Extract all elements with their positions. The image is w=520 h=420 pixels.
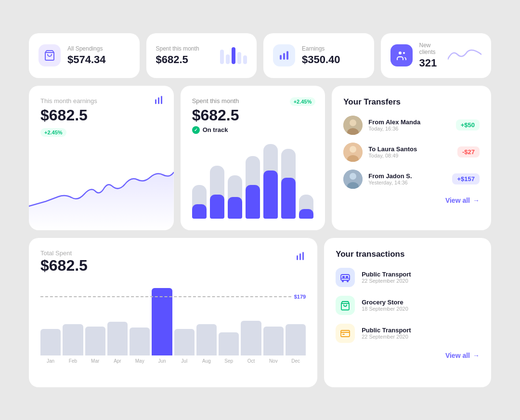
arrow-right-txn-icon: →	[473, 352, 480, 359]
on-track-status: On track	[192, 126, 314, 134]
all-spendings-value: $574.34	[67, 53, 106, 66]
bar-nov: Nov	[263, 327, 284, 364]
svg-rect-27	[342, 276, 345, 278]
spent-month-mini-chart	[218, 45, 247, 66]
txn-0-date: 22 September 2020	[362, 278, 411, 284]
svg-rect-8	[286, 51, 288, 60]
svg-point-30	[347, 280, 349, 282]
dashed-line-value: $179	[294, 294, 306, 300]
basket-icon	[39, 44, 61, 66]
txn-2-name: Public Transport	[362, 327, 411, 334]
line-chart	[29, 134, 174, 230]
svg-rect-33	[341, 330, 350, 337]
monthly-earnings-card: This month earnings $682.5 +2.45%	[29, 86, 174, 230]
earnings-label: Earnings	[302, 45, 340, 52]
svg-rect-25	[302, 252, 304, 260]
transfer-jadon-info: From Jadon S. Yesterday, 14:36	[368, 172, 412, 185]
spent-card-value: $682.5	[192, 106, 314, 124]
alex-name: From Alex Manda	[368, 118, 420, 126]
total-bars: Jan Feb Mar Apr	[40, 279, 306, 364]
monthly-label: This month earnings	[40, 97, 162, 105]
avatar-alex	[343, 116, 363, 135]
transfer-item-jadon: From Jadon S. Yesterday, 14:36 +$157	[343, 170, 480, 189]
bar-jan: Jan	[40, 329, 61, 364]
transfer-alex-info: From Alex Manda Today, 16:36	[368, 118, 420, 131]
svg-rect-23	[297, 255, 298, 260]
svg-rect-7	[283, 53, 285, 60]
chart-icon-total	[296, 251, 306, 263]
bottom-row: Total Spent $682.5 $179	[29, 238, 491, 387]
svg-rect-24	[299, 253, 301, 260]
spent-month-card: Spent this month $682.5	[146, 33, 257, 78]
svg-point-21	[350, 173, 356, 180]
spent-month-label: Spent this month	[156, 45, 199, 52]
svg-rect-13	[161, 96, 162, 104]
txn-2-info: Public Transport 22 September 2020	[362, 327, 411, 340]
earnings-value: $350.40	[302, 53, 340, 66]
transfers-view-all[interactable]: View all →	[343, 197, 480, 204]
transactions-card: Your transactions Public Transport 22 Se…	[324, 238, 491, 387]
svg-rect-12	[158, 97, 159, 104]
bar-feb: Feb	[63, 324, 83, 364]
earnings-text: Earnings $350.40	[302, 45, 340, 66]
txn-1-name: Grocery Store	[362, 299, 408, 306]
mid-row: This month earnings $682.5 +2.45%	[29, 86, 491, 230]
bar-sep: Sep	[219, 332, 239, 364]
total-bar-container: $179 Jan Feb Mar	[40, 279, 306, 364]
bar-oct: Oct	[241, 321, 261, 364]
svg-rect-2	[226, 54, 230, 64]
transfer-item-alex: From Alex Manda Today, 16:36 +$50	[343, 116, 480, 135]
avatar-jadon	[343, 170, 363, 189]
laura-name: To Laura Santos	[368, 145, 417, 153]
earnings-card-top: Earnings $350.40	[263, 33, 374, 78]
bar-jul: Jul	[174, 329, 195, 364]
bar-mar: Mar	[85, 327, 105, 364]
laura-amount: -$27	[457, 146, 480, 158]
new-clients-value: 321	[419, 57, 442, 69]
txn-1-info: Grocery Store 18 September 2020	[362, 299, 408, 312]
svg-rect-26	[341, 275, 350, 280]
svg-rect-35	[342, 334, 345, 335]
svg-rect-1	[220, 50, 224, 64]
transfers-title: Your Transfers	[343, 97, 480, 107]
transactions-view-all[interactable]: View all →	[336, 352, 480, 359]
spent-percent-badge: +2.45%	[290, 97, 316, 106]
txn-item-2: Public Transport 22 September 2020	[336, 324, 480, 343]
transfer-item-laura: To Laura Santos Today, 08:49 -$27	[343, 143, 480, 162]
transfer-laura-info: To Laura Santos Today, 08:49	[368, 145, 417, 158]
spent-month-bar-card: +2.45% Spent this month $682.5 On track	[181, 86, 325, 230]
new-clients-card: New clients 321	[381, 33, 492, 78]
total-label: Total Spent	[40, 249, 88, 257]
all-spendings-text: All Spendings $574.34	[67, 45, 106, 66]
bar-may: May	[130, 328, 150, 364]
alex-amount: +$50	[456, 119, 480, 131]
new-clients-text: New clients 321	[419, 42, 442, 69]
people-icon	[390, 44, 413, 66]
transactions-title: Your transactions	[336, 249, 480, 259]
clients-wave-chart	[448, 45, 481, 66]
txn-0-info: Public Transport 22 September 2020	[362, 271, 411, 284]
jadon-name: From Jadon S.	[368, 172, 412, 180]
laura-time: Today, 08:49	[368, 153, 417, 158]
jadon-time: Yesterday, 14:36	[368, 180, 412, 185]
bar-dec: Dec	[286, 324, 306, 364]
grocery-icon	[336, 296, 355, 315]
spent-bar-chart	[192, 142, 314, 219]
chart-icon	[155, 95, 164, 107]
avatar-laura	[343, 143, 363, 162]
svg-point-9	[399, 52, 402, 54]
new-clients-label: New clients	[419, 42, 442, 55]
bar-apr: Apr	[107, 322, 128, 364]
svg-point-10	[403, 52, 405, 54]
svg-rect-5	[243, 55, 247, 64]
svg-rect-4	[237, 52, 241, 64]
txn-1-date: 18 September 2020	[362, 306, 408, 312]
on-track-dot	[192, 126, 200, 134]
svg-point-18	[350, 146, 356, 153]
all-spendings-label: All Spendings	[67, 45, 106, 52]
svg-rect-6	[280, 55, 282, 60]
bar-aug: Aug	[196, 324, 217, 364]
spent-month-text: Spent this month $682.5	[156, 45, 199, 66]
svg-rect-28	[346, 276, 348, 278]
bus-icon	[336, 268, 355, 287]
